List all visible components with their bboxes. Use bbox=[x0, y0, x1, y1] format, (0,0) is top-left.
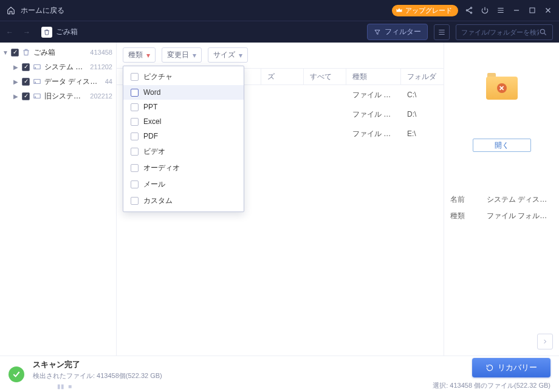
type-dropdown[interactable]: 種類 ▾ bbox=[123, 47, 156, 63]
cell-folder: C:\ bbox=[401, 91, 444, 99]
cell-type: ファイル フォ... bbox=[346, 90, 401, 100]
svg-rect-3 bbox=[530, 8, 535, 13]
type-option-label: メール bbox=[143, 179, 165, 190]
nav-back-icon[interactable]: ← bbox=[6, 28, 13, 36]
type-option-label: オーディオ bbox=[143, 163, 180, 173]
chevron-down-icon: ▾ bbox=[193, 51, 196, 60]
search-icon[interactable] bbox=[539, 28, 547, 36]
type-option[interactable]: ビデオ bbox=[123, 143, 244, 160]
size-dropdown-label: サイズ bbox=[213, 50, 235, 60]
type-option[interactable]: オーディオ bbox=[123, 160, 244, 176]
type-option[interactable]: Word bbox=[123, 85, 244, 100]
selection-summary: 選択: 413458 個のファイル(522.32 GB) bbox=[433, 381, 550, 390]
size-dropdown[interactable]: サイズ ▾ bbox=[208, 47, 248, 63]
filters-bar: 種類 ▾ 変更日 ▾ サイズ ▾ bbox=[117, 43, 444, 68]
filter-pointer bbox=[412, 43, 418, 46]
detail-key: 種類 bbox=[450, 211, 487, 221]
nav-forward-icon[interactable]: → bbox=[23, 28, 30, 36]
checkbox[interactable]: ✓ bbox=[22, 63, 30, 71]
disk-icon bbox=[32, 62, 42, 72]
sidebar: ▼ ✓ ごみ箱 413458 ▶ ✓ システム ディスク (C:) N... 2… bbox=[0, 43, 117, 356]
svg-point-8 bbox=[35, 82, 36, 83]
svg-point-2 bbox=[470, 12, 472, 13]
col-date[interactable]: すべて bbox=[304, 69, 346, 84]
chevron-right-icon[interactable]: ▶ bbox=[13, 64, 19, 70]
tree-item[interactable]: ▶ ✓ システム ディスク (C:) N... 211202 bbox=[0, 60, 116, 74]
type-option[interactable]: PDF bbox=[123, 129, 244, 143]
type-option[interactable]: ピクチャ bbox=[123, 69, 244, 85]
disk-icon bbox=[32, 91, 42, 101]
detail-value: ファイル フォルダー bbox=[487, 211, 553, 221]
type-option-label: Excel bbox=[143, 117, 161, 126]
tree-item-label: システム ディスク (C:) N... bbox=[44, 62, 85, 72]
checkbox[interactable] bbox=[131, 132, 139, 140]
next-button[interactable] bbox=[537, 334, 553, 349]
chevron-right-icon[interactable]: ▶ bbox=[13, 93, 19, 100]
checkbox[interactable]: ✓ bbox=[11, 49, 19, 57]
col-type[interactable]: 種類 bbox=[346, 69, 401, 84]
tree-item-label: 旧システム (E:) NTFS bbox=[44, 91, 85, 101]
checkbox[interactable] bbox=[131, 181, 139, 188]
type-dropdown-menu: ピクチャ Word PPT Excel PDF ビデオ オーディオ メール カス… bbox=[123, 66, 244, 212]
location-chip: ごみ箱 bbox=[41, 27, 78, 38]
power-icon[interactable] bbox=[480, 5, 490, 15]
maximize-icon[interactable] bbox=[527, 5, 537, 15]
svg-point-0 bbox=[470, 7, 472, 9]
chevron-down-icon: ▾ bbox=[239, 51, 242, 60]
filter-icon bbox=[374, 29, 381, 36]
filter-button[interactable]: フィルター bbox=[367, 24, 428, 40]
titlebar: ホームに戻る アップグレード bbox=[0, 0, 559, 21]
preview-pane: ✕ 開く 名前システム ディスク (C:) .. 種類ファイル フォルダー bbox=[444, 43, 559, 356]
col-folder[interactable]: フォルダ bbox=[401, 69, 444, 84]
checkbox[interactable] bbox=[131, 103, 139, 111]
type-option[interactable]: PPT bbox=[123, 100, 244, 114]
body-area: ▼ ✓ ごみ箱 413458 ▶ ✓ システム ディスク (C:) N... 2… bbox=[0, 43, 559, 356]
open-button[interactable]: 開く bbox=[473, 139, 531, 152]
close-icon[interactable] bbox=[543, 5, 553, 15]
view-toggle-button[interactable] bbox=[434, 24, 450, 40]
detail-value: システム ディスク (C:) .. bbox=[487, 194, 553, 205]
tree-root[interactable]: ▼ ✓ ごみ箱 413458 bbox=[0, 45, 116, 60]
date-dropdown[interactable]: 変更日 ▾ bbox=[162, 47, 202, 63]
checkbox[interactable] bbox=[131, 164, 139, 172]
search-input[interactable] bbox=[461, 29, 539, 36]
col-size[interactable]: ズ bbox=[261, 69, 304, 84]
recover-button[interactable]: リカバリー bbox=[472, 358, 550, 377]
stop-icon[interactable]: ■ bbox=[68, 383, 72, 390]
checkbox[interactable]: ✓ bbox=[22, 78, 30, 86]
type-option[interactable]: Excel bbox=[123, 114, 244, 129]
type-option-label: PPT bbox=[143, 103, 157, 111]
tree-item[interactable]: ▶ ✓ データ ディスク (D:) NTFS 44 bbox=[0, 74, 116, 89]
type-option[interactable]: メール bbox=[123, 176, 244, 193]
type-option-label: PDF bbox=[143, 132, 158, 140]
checkbox[interactable] bbox=[131, 73, 139, 81]
checkbox[interactable] bbox=[131, 197, 139, 205]
tree-item[interactable]: ▶ ✓ 旧システム (E:) NTFS 202212 bbox=[0, 89, 116, 103]
home-link[interactable]: ホームに戻る bbox=[6, 5, 64, 16]
svg-point-10 bbox=[35, 97, 36, 97]
crown-icon bbox=[396, 7, 403, 14]
tree-root-label: ごみ箱 bbox=[33, 47, 85, 58]
checkbox[interactable] bbox=[131, 148, 139, 156]
tree-item-count: 44 bbox=[105, 78, 112, 85]
main-panel: 種類 ▾ 変更日 ▾ サイズ ▾ ズ すべて 種類 フォルダ ファイル フォ..… bbox=[117, 43, 444, 356]
recover-icon bbox=[485, 363, 494, 372]
type-option-label: ピクチャ bbox=[143, 72, 173, 82]
upgrade-label: アップグレード bbox=[405, 6, 452, 15]
checkbox[interactable]: ✓ bbox=[22, 92, 30, 100]
statusbar: スキャン完了 検出されたファイル: 413458個(522.32 GB) ▮▮ … bbox=[0, 356, 559, 392]
chevron-down-icon[interactable]: ▼ bbox=[2, 49, 9, 56]
home-label: ホームに戻る bbox=[21, 5, 64, 16]
share-icon[interactable] bbox=[464, 5, 474, 15]
pause-icon[interactable]: ▮▮ bbox=[57, 383, 64, 390]
chevron-right-icon[interactable]: ▶ bbox=[13, 78, 19, 85]
search-box[interactable] bbox=[456, 24, 553, 40]
detail-key: 名前 bbox=[450, 194, 487, 205]
menu-icon[interactable] bbox=[496, 5, 506, 15]
type-option[interactable]: カスタム bbox=[123, 193, 244, 209]
checkbox[interactable] bbox=[131, 118, 139, 126]
checkbox[interactable] bbox=[131, 89, 139, 97]
minimize-icon[interactable] bbox=[512, 5, 521, 15]
type-option-label: カスタム bbox=[143, 196, 173, 206]
upgrade-button[interactable]: アップグレード bbox=[392, 5, 458, 16]
